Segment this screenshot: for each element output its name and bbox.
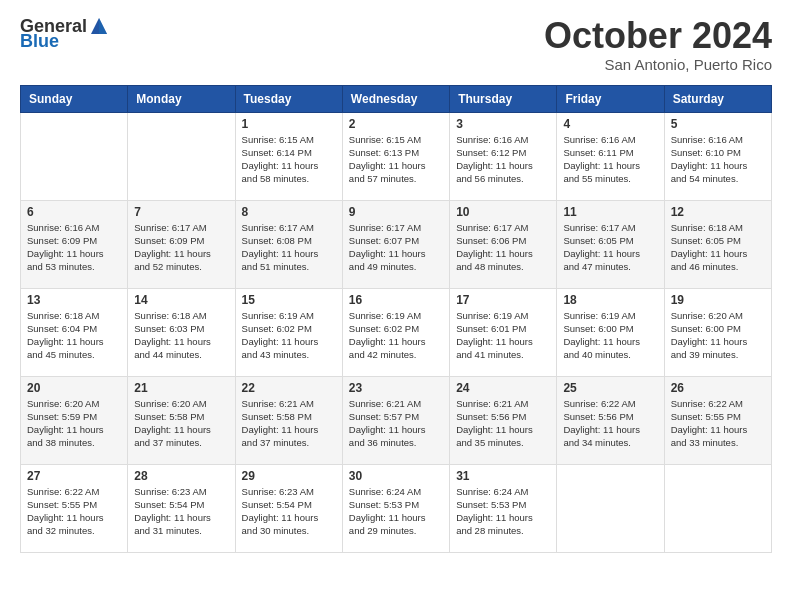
day-number: 18 xyxy=(563,293,657,307)
weekday-header-sunday: Sunday xyxy=(21,85,128,112)
day-number: 21 xyxy=(134,381,228,395)
calendar-cell: 26Sunrise: 6:22 AMSunset: 5:55 PMDayligh… xyxy=(664,376,771,464)
week-row-5: 27Sunrise: 6:22 AMSunset: 5:55 PMDayligh… xyxy=(21,464,772,552)
day-number: 8 xyxy=(242,205,336,219)
week-row-4: 20Sunrise: 6:20 AMSunset: 5:59 PMDayligh… xyxy=(21,376,772,464)
day-number: 15 xyxy=(242,293,336,307)
header: General Blue October 2024 San Antonio, P… xyxy=(20,16,772,73)
calendar-cell: 24Sunrise: 6:21 AMSunset: 5:56 PMDayligh… xyxy=(450,376,557,464)
month-title: October 2024 xyxy=(544,16,772,56)
calendar-cell: 27Sunrise: 6:22 AMSunset: 5:55 PMDayligh… xyxy=(21,464,128,552)
day-number: 2 xyxy=(349,117,443,131)
calendar-cell: 4Sunrise: 6:16 AMSunset: 6:11 PMDaylight… xyxy=(557,112,664,200)
weekday-header-wednesday: Wednesday xyxy=(342,85,449,112)
day-info: Sunrise: 6:16 AMSunset: 6:11 PMDaylight:… xyxy=(563,133,657,186)
day-info: Sunrise: 6:20 AMSunset: 5:58 PMDaylight:… xyxy=(134,397,228,450)
logo: General Blue xyxy=(20,16,109,50)
day-number: 28 xyxy=(134,469,228,483)
logo-blue: Blue xyxy=(20,32,59,50)
day-number: 1 xyxy=(242,117,336,131)
calendar-cell: 19Sunrise: 6:20 AMSunset: 6:00 PMDayligh… xyxy=(664,288,771,376)
calendar-cell: 8Sunrise: 6:17 AMSunset: 6:08 PMDaylight… xyxy=(235,200,342,288)
calendar-cell: 6Sunrise: 6:16 AMSunset: 6:09 PMDaylight… xyxy=(21,200,128,288)
day-info: Sunrise: 6:17 AMSunset: 6:06 PMDaylight:… xyxy=(456,221,550,274)
weekday-header-monday: Monday xyxy=(128,85,235,112)
calendar-cell: 15Sunrise: 6:19 AMSunset: 6:02 PMDayligh… xyxy=(235,288,342,376)
day-number: 20 xyxy=(27,381,121,395)
day-number: 9 xyxy=(349,205,443,219)
day-info: Sunrise: 6:19 AMSunset: 6:00 PMDaylight:… xyxy=(563,309,657,362)
calendar-cell xyxy=(21,112,128,200)
day-number: 11 xyxy=(563,205,657,219)
svg-marker-1 xyxy=(99,18,107,34)
calendar-cell: 25Sunrise: 6:22 AMSunset: 5:56 PMDayligh… xyxy=(557,376,664,464)
day-info: Sunrise: 6:23 AMSunset: 5:54 PMDaylight:… xyxy=(134,485,228,538)
day-info: Sunrise: 6:17 AMSunset: 6:05 PMDaylight:… xyxy=(563,221,657,274)
day-number: 7 xyxy=(134,205,228,219)
day-info: Sunrise: 6:15 AMSunset: 6:14 PMDaylight:… xyxy=(242,133,336,186)
calendar-cell: 30Sunrise: 6:24 AMSunset: 5:53 PMDayligh… xyxy=(342,464,449,552)
calendar-cell: 29Sunrise: 6:23 AMSunset: 5:54 PMDayligh… xyxy=(235,464,342,552)
calendar-cell: 9Sunrise: 6:17 AMSunset: 6:07 PMDaylight… xyxy=(342,200,449,288)
calendar-cell: 21Sunrise: 6:20 AMSunset: 5:58 PMDayligh… xyxy=(128,376,235,464)
week-row-1: 1Sunrise: 6:15 AMSunset: 6:14 PMDaylight… xyxy=(21,112,772,200)
calendar-cell: 14Sunrise: 6:18 AMSunset: 6:03 PMDayligh… xyxy=(128,288,235,376)
calendar-cell: 11Sunrise: 6:17 AMSunset: 6:05 PMDayligh… xyxy=(557,200,664,288)
day-info: Sunrise: 6:22 AMSunset: 5:55 PMDaylight:… xyxy=(671,397,765,450)
calendar-cell: 23Sunrise: 6:21 AMSunset: 5:57 PMDayligh… xyxy=(342,376,449,464)
day-info: Sunrise: 6:18 AMSunset: 6:03 PMDaylight:… xyxy=(134,309,228,362)
day-info: Sunrise: 6:20 AMSunset: 5:59 PMDaylight:… xyxy=(27,397,121,450)
calendar-cell: 13Sunrise: 6:18 AMSunset: 6:04 PMDayligh… xyxy=(21,288,128,376)
day-number: 17 xyxy=(456,293,550,307)
weekday-header-saturday: Saturday xyxy=(664,85,771,112)
weekday-header-tuesday: Tuesday xyxy=(235,85,342,112)
calendar-cell: 17Sunrise: 6:19 AMSunset: 6:01 PMDayligh… xyxy=(450,288,557,376)
title-area: October 2024 San Antonio, Puerto Rico xyxy=(544,16,772,73)
calendar-cell: 5Sunrise: 6:16 AMSunset: 6:10 PMDaylight… xyxy=(664,112,771,200)
week-row-2: 6Sunrise: 6:16 AMSunset: 6:09 PMDaylight… xyxy=(21,200,772,288)
calendar-cell: 22Sunrise: 6:21 AMSunset: 5:58 PMDayligh… xyxy=(235,376,342,464)
calendar-cell: 16Sunrise: 6:19 AMSunset: 6:02 PMDayligh… xyxy=(342,288,449,376)
day-number: 29 xyxy=(242,469,336,483)
calendar-cell xyxy=(128,112,235,200)
day-info: Sunrise: 6:21 AMSunset: 5:57 PMDaylight:… xyxy=(349,397,443,450)
calendar-cell: 10Sunrise: 6:17 AMSunset: 6:06 PMDayligh… xyxy=(450,200,557,288)
day-number: 14 xyxy=(134,293,228,307)
day-number: 19 xyxy=(671,293,765,307)
day-info: Sunrise: 6:20 AMSunset: 6:00 PMDaylight:… xyxy=(671,309,765,362)
day-info: Sunrise: 6:24 AMSunset: 5:53 PMDaylight:… xyxy=(349,485,443,538)
day-info: Sunrise: 6:17 AMSunset: 6:09 PMDaylight:… xyxy=(134,221,228,274)
day-number: 12 xyxy=(671,205,765,219)
day-number: 27 xyxy=(27,469,121,483)
day-number: 25 xyxy=(563,381,657,395)
day-info: Sunrise: 6:21 AMSunset: 5:58 PMDaylight:… xyxy=(242,397,336,450)
calendar-cell: 1Sunrise: 6:15 AMSunset: 6:14 PMDaylight… xyxy=(235,112,342,200)
day-number: 26 xyxy=(671,381,765,395)
logo-icon xyxy=(89,16,109,36)
calendar-cell: 20Sunrise: 6:20 AMSunset: 5:59 PMDayligh… xyxy=(21,376,128,464)
day-info: Sunrise: 6:19 AMSunset: 6:01 PMDaylight:… xyxy=(456,309,550,362)
day-number: 31 xyxy=(456,469,550,483)
calendar-cell: 7Sunrise: 6:17 AMSunset: 6:09 PMDaylight… xyxy=(128,200,235,288)
day-info: Sunrise: 6:23 AMSunset: 5:54 PMDaylight:… xyxy=(242,485,336,538)
weekday-header-friday: Friday xyxy=(557,85,664,112)
day-info: Sunrise: 6:19 AMSunset: 6:02 PMDaylight:… xyxy=(349,309,443,362)
day-number: 30 xyxy=(349,469,443,483)
day-info: Sunrise: 6:18 AMSunset: 6:04 PMDaylight:… xyxy=(27,309,121,362)
day-info: Sunrise: 6:24 AMSunset: 5:53 PMDaylight:… xyxy=(456,485,550,538)
day-info: Sunrise: 6:22 AMSunset: 5:56 PMDaylight:… xyxy=(563,397,657,450)
calendar-cell xyxy=(557,464,664,552)
calendar-cell xyxy=(664,464,771,552)
calendar-cell: 2Sunrise: 6:15 AMSunset: 6:13 PMDaylight… xyxy=(342,112,449,200)
day-info: Sunrise: 6:16 AMSunset: 6:12 PMDaylight:… xyxy=(456,133,550,186)
weekday-header-thursday: Thursday xyxy=(450,85,557,112)
day-info: Sunrise: 6:17 AMSunset: 6:08 PMDaylight:… xyxy=(242,221,336,274)
day-number: 6 xyxy=(27,205,121,219)
calendar-cell: 12Sunrise: 6:18 AMSunset: 6:05 PMDayligh… xyxy=(664,200,771,288)
day-number: 24 xyxy=(456,381,550,395)
day-info: Sunrise: 6:19 AMSunset: 6:02 PMDaylight:… xyxy=(242,309,336,362)
calendar: SundayMondayTuesdayWednesdayThursdayFrid… xyxy=(20,85,772,553)
calendar-cell: 3Sunrise: 6:16 AMSunset: 6:12 PMDaylight… xyxy=(450,112,557,200)
calendar-cell: 28Sunrise: 6:23 AMSunset: 5:54 PMDayligh… xyxy=(128,464,235,552)
day-info: Sunrise: 6:21 AMSunset: 5:56 PMDaylight:… xyxy=(456,397,550,450)
